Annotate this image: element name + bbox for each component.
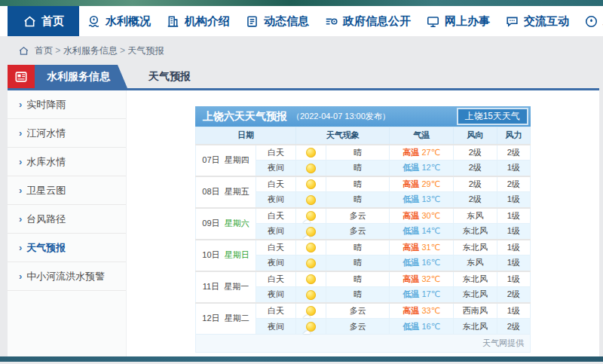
temperature-cell: 高温 29℃ bbox=[390, 176, 453, 192]
tab-water-service-info[interactable]: 水利服务信息 bbox=[35, 65, 127, 88]
nav-item-monitor[interactable]: 网上办事 bbox=[418, 6, 497, 36]
condition-cell: 晴 bbox=[326, 240, 390, 255]
nav-item-news[interactable]: 动态信息 bbox=[237, 6, 317, 36]
col-header-wind-direction: 风向 bbox=[453, 127, 497, 145]
temperature-cell: 高温 30℃ bbox=[390, 208, 453, 224]
period-cell-day: 白天 bbox=[256, 176, 295, 192]
sun-icon bbox=[296, 271, 326, 287]
header-photo-strip bbox=[0, 0, 603, 6]
period-cell-day: 白天 bbox=[256, 145, 295, 161]
wind-direction-cell: 2级 bbox=[453, 161, 497, 176]
breadcrumb-link[interactable]: 天气预报 bbox=[127, 45, 164, 56]
sidebar-item-label: 台风路径 bbox=[26, 213, 66, 226]
breadcrumb-separator: > bbox=[118, 45, 128, 56]
water-culture-icon bbox=[584, 14, 598, 29]
temperature-cell: 低温 14℃ bbox=[390, 224, 453, 240]
date-cell: 08日 星期五 bbox=[196, 176, 256, 208]
date-cell: 11日 星期一 bbox=[196, 271, 256, 303]
wind-direction-cell: 东北风 bbox=[453, 240, 497, 255]
sun-icon bbox=[296, 255, 326, 271]
chevron-right-icon: › bbox=[19, 127, 22, 139]
nav-item-home[interactable]: 首页 bbox=[8, 6, 79, 36]
chevron-right-icon: › bbox=[19, 99, 22, 110]
wind-direction-cell: 东北风 bbox=[453, 224, 497, 240]
sidebar-item-label: 卫星云图 bbox=[26, 184, 66, 197]
period-cell-night: 夜间 bbox=[256, 319, 295, 335]
sun-cloud-icon bbox=[296, 208, 326, 224]
wind-direction-cell: 东北风 bbox=[453, 271, 497, 287]
condition-cell: 多云 bbox=[326, 319, 390, 335]
breadcrumb: 首页 > 水利服务信息 > 天气预报 bbox=[0, 36, 603, 65]
sidebar-item[interactable]: ›实时降雨 bbox=[8, 90, 126, 119]
sun-cloud-icon bbox=[296, 319, 326, 335]
wind-direction-cell: 2级 bbox=[453, 192, 497, 208]
temperature-cell: 低温 12℃ bbox=[390, 161, 453, 176]
nav-item-label: 机构介绍 bbox=[185, 14, 230, 29]
wind-power-cell: 2级 bbox=[497, 176, 530, 192]
wind-power-cell: 2级 bbox=[497, 319, 530, 335]
nav-item-label: 政府信息公开 bbox=[343, 14, 411, 29]
breadcrumb-link[interactable]: 首页 bbox=[35, 45, 53, 56]
breadcrumb-link[interactable]: 水利服务信息 bbox=[63, 45, 118, 56]
wind-power-cell: 2级 bbox=[497, 287, 530, 303]
sidebar-item-label: 天气预报 bbox=[26, 241, 66, 255]
forecast-day-row: 07日 星期四白天晴高温 27℃2级2级 bbox=[196, 145, 531, 161]
condition-cell: 晴 bbox=[326, 161, 390, 176]
nav-item-label: 水利概况 bbox=[106, 14, 151, 29]
nav-item-info-disclosure[interactable]: 政府信息公开 bbox=[317, 6, 418, 36]
forecast-body: 07日 星期四白天晴高温 27℃2级2级夜间晴低温 12℃2级1级08日 星期五… bbox=[196, 145, 531, 335]
nav-item-building[interactable]: 机构介绍 bbox=[158, 6, 237, 36]
wind-power-cell: 1级 bbox=[497, 271, 530, 287]
wind-power-cell: 1级 bbox=[497, 161, 530, 176]
weather-title: 上饶六天天气预报 bbox=[203, 110, 287, 124]
sidebar-item[interactable]: ›水库水情 bbox=[8, 148, 126, 176]
sidebar-item[interactable]: ›中小河流洪水预警 bbox=[8, 262, 126, 291]
sun-cloud-icon bbox=[296, 224, 326, 240]
condition-cell: 晴 bbox=[326, 176, 390, 192]
sidebar-item[interactable]: ›天气预报 bbox=[8, 234, 126, 262]
building-icon bbox=[166, 14, 180, 29]
period-cell-day: 白天 bbox=[256, 271, 295, 287]
weather-source-credit: 天气网提供 bbox=[195, 335, 531, 353]
col-header-wind-power: 风力 bbox=[497, 127, 530, 145]
wind-power-cell: 1级 bbox=[497, 192, 530, 208]
sidebar-item[interactable]: ›台风路径 bbox=[8, 205, 126, 234]
condition-cell: 晴 bbox=[326, 287, 390, 303]
wind-direction-cell: 西南风 bbox=[453, 303, 497, 319]
wind-direction-cell: 东北风 bbox=[453, 287, 497, 303]
sidebar-item[interactable]: ›卫星云图 bbox=[8, 176, 126, 205]
sidebar-item[interactable]: ›江河水情 bbox=[8, 119, 126, 148]
temperature-cell: 低温 16℃ bbox=[390, 319, 453, 335]
nav-item-water-overview[interactable]: 水利概况 bbox=[79, 6, 158, 36]
weather-15day-button[interactable]: 上饶15天天气 bbox=[457, 108, 528, 125]
nav-item-label: 首页 bbox=[41, 14, 64, 29]
top-nav: 首页水利概况机构介绍动态信息政府信息公开网上办事交流互动水文化 bbox=[0, 6, 603, 36]
nav-item-label: 交流互动 bbox=[524, 14, 569, 29]
chevron-right-icon: › bbox=[19, 271, 22, 282]
wind-direction-cell: 2级 bbox=[453, 176, 497, 192]
news-panel-icon bbox=[8, 65, 35, 88]
condition-cell: 多云 bbox=[326, 303, 390, 319]
nav-item-label: 动态信息 bbox=[264, 14, 309, 29]
sidebar-item-label: 中小河流洪水预警 bbox=[26, 270, 105, 283]
info-disclosure-icon bbox=[324, 14, 338, 29]
chevron-right-icon: › bbox=[19, 185, 22, 196]
wind-direction-cell: 2级 bbox=[453, 145, 497, 161]
col-header-phenomenon: 天气现象 bbox=[296, 127, 390, 145]
tab-weather-forecast[interactable]: 天气预报 bbox=[127, 65, 212, 88]
nav-item-water-culture[interactable]: 水文化 bbox=[577, 6, 603, 36]
period-cell-night: 夜间 bbox=[256, 192, 295, 208]
chat-icon bbox=[505, 14, 519, 29]
sun-cloud-icon bbox=[296, 303, 326, 319]
nav-item-chat[interactable]: 交流互动 bbox=[497, 6, 577, 36]
wind-direction-cell: 东北风 bbox=[453, 319, 497, 335]
home-icon bbox=[23, 14, 37, 29]
chevron-right-icon: › bbox=[19, 242, 22, 253]
wind-power-cell: 1级 bbox=[497, 224, 530, 240]
weather-panel: 上饶六天天气预报 （2022-04-07 13:00发布） 上饶15天天气 日期… bbox=[195, 106, 531, 353]
sidebar-item-label: 水库水情 bbox=[26, 155, 66, 169]
tab-bar: 水利服务信息 天气预报 bbox=[8, 65, 599, 90]
wind-power-cell: 1级 bbox=[497, 208, 530, 224]
chevron-right-icon: › bbox=[19, 213, 22, 225]
period-cell-night: 夜间 bbox=[256, 287, 295, 303]
